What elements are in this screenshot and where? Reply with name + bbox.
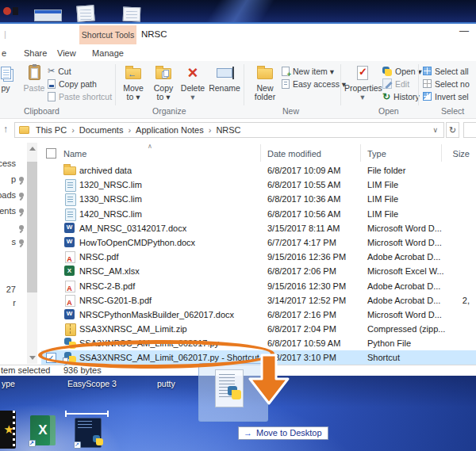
table-row[interactable]: archived data6/8/2017 10:09 AMFile folde… (41, 163, 476, 178)
file-date: 6/8/2017 10:55 AM (267, 178, 340, 192)
file-size: 2, (463, 293, 470, 308)
column-divider[interactable] (260, 144, 261, 162)
sidebar-item[interactable]: s (0, 237, 16, 247)
sidebar-item[interactable]: 27 (0, 285, 16, 294)
table-row[interactable]: AM_NRSC_03142017.docx3/15/2017 8:11 AMMi… (41, 221, 476, 235)
sidebar-item-desktop[interactable]: p (0, 174, 16, 184)
tab-home-fragment[interactable]: e (2, 48, 6, 58)
file-name: HowToOpenCMDPython.docx (79, 235, 195, 250)
copy-to-button[interactable]: Copy to ▾ (148, 63, 178, 101)
invert-selection-button[interactable]: Invert sel (423, 90, 469, 102)
folder-icon (19, 126, 29, 134)
move-to-button[interactable]: ← Move to ▾ (118, 63, 148, 101)
table-row[interactable]: NRSC-2-B.pdf9/15/2016 12:30 PMAdobe Acro… (41, 279, 476, 293)
table-row[interactable]: 1420_NRSC.lim6/8/2017 10:56 AMLIM File (41, 207, 476, 221)
properties-button[interactable]: Properties ▾ (344, 63, 381, 101)
paste-button[interactable]: Paste (19, 63, 49, 93)
column-header-date[interactable]: Date modified (267, 149, 321, 159)
easy-access-icon (282, 79, 290, 89)
column-header-type[interactable]: Type (367, 149, 386, 159)
copy-path-button[interactable]: Copy path (48, 78, 97, 90)
up-arrow-icon[interactable]: ↑ (3, 124, 8, 135)
sidebar-scrollbar[interactable] (27, 143, 37, 364)
table-row[interactable]: NRSC-G201-B.pdf3/14/2017 12:52 PMAdobe A… (41, 293, 476, 308)
paste-shortcut-button[interactable]: Paste shortcut (48, 90, 112, 102)
file-name: NRSC.pdf (79, 250, 119, 264)
sidebar-item-documents[interactable]: ents (0, 206, 16, 216)
file-type: Microsoft Word D... (367, 308, 442, 322)
file-type: LIM File (367, 207, 398, 221)
column-divider[interactable] (360, 144, 361, 162)
new-folder-label2: folder (255, 92, 275, 101)
column-header-name[interactable]: Name (63, 149, 86, 159)
table-row[interactable]: SSA3XNRSC_AM_Limit.zip6/8/2017 2:04 PMCo… (41, 322, 476, 336)
sidebar-item-quick-access[interactable]: cess (0, 159, 16, 168)
new-folder-button[interactable]: New folder (248, 63, 282, 101)
breadcrumb-this-pc[interactable]: This PC (36, 125, 67, 135)
scroll-up-icon[interactable] (29, 147, 36, 151)
table-row[interactable]: HowToOpenCMDPython.docx6/7/2017 4:17 PMM… (41, 235, 476, 250)
file-type: File folder (367, 163, 405, 178)
cut-button[interactable]: Cut (48, 65, 71, 77)
sort-ascending-icon[interactable]: ∧ (148, 143, 152, 150)
tab-manage[interactable]: Manage (79, 48, 136, 58)
chevron-down-icon[interactable]: ∨ (432, 126, 443, 134)
new-item-button[interactable]: New item ▾ (282, 65, 334, 77)
table-row[interactable]: NRSCPythonMaskBuilder_062017.docx6/8/201… (41, 308, 476, 322)
scroll-down-icon[interactable] (29, 356, 36, 360)
file-type: Adobe Acrobat D... (367, 250, 440, 264)
rename-button[interactable]: Rename (207, 63, 242, 93)
properties-caret: ▾ (360, 92, 364, 101)
file-list: archived data6/8/2017 10:09 AMFile folde… (41, 163, 476, 365)
title-bar[interactable]: | Shortcut Tools NRSC (0, 24, 476, 46)
dragged-file-ghost[interactable] (198, 363, 268, 422)
refresh-button[interactable]: ↻ (446, 122, 459, 138)
media-file-icon[interactable]: ★ (0, 411, 16, 449)
list-column-header: Name ∧ Date modified Type Size (41, 143, 476, 163)
open-button[interactable]: Open ▾ (382, 65, 422, 77)
history-button[interactable]: History (382, 90, 420, 102)
edit-button[interactable]: Edit (382, 78, 409, 90)
tab-view[interactable]: View (57, 48, 76, 58)
breadcrumb-application-notes[interactable]: Application Notes (136, 125, 204, 135)
desktop-icon-label-easyscope[interactable]: EasyScope 3 (67, 379, 117, 388)
breadcrumb-documents[interactable]: Documents (79, 125, 124, 135)
file-name: 1320_NRSC.lim (79, 178, 142, 192)
tab-share[interactable]: Share (24, 48, 47, 58)
copy-to-label2: to ▾ (157, 92, 171, 101)
scrollbar-thumb[interactable] (27, 162, 37, 292)
column-divider[interactable] (441, 144, 442, 162)
contextual-tab-shortcut-tools[interactable]: Shortcut Tools (79, 25, 136, 44)
select-all-button[interactable]: Select all (423, 65, 469, 77)
table-row[interactable]: 1320_NRSC.lim6/8/2017 10:55 AMLIM File (41, 178, 476, 192)
breadcrumb-separator: › (71, 125, 75, 135)
breadcrumb[interactable]: This PC› Documents› Application Notes› N… (14, 122, 444, 138)
desktop-icon-label-putty[interactable]: putty (157, 379, 175, 388)
move-to-icon: ← (125, 68, 141, 79)
row-checkbox[interactable]: ✓ (46, 353, 56, 363)
python-console-shortcut-icon[interactable] (75, 418, 102, 448)
select-all-checkbox[interactable] (46, 148, 56, 159)
breadcrumb-nrsc[interactable]: NRSC (216, 125, 240, 135)
select-none-button[interactable]: Select no (423, 78, 470, 90)
group-label-clipboard: Clipboard (24, 106, 60, 116)
minimize-button[interactable] (457, 25, 471, 40)
search-input[interactable] (463, 122, 476, 138)
delete-button[interactable]: Delete ▾ (178, 63, 207, 101)
table-row[interactable]: NRSC.pdf9/15/2016 12:36 PMAdobe Acrobat … (41, 250, 476, 264)
file-explorer-window: | Shortcut Tools NRSC e Share View Manag… (0, 22, 476, 376)
easy-access-button[interactable]: Easy access ▾ (282, 78, 346, 90)
table-row[interactable]: 1330_NRSC.lim6/8/2017 10:36 AMLIM File (41, 192, 476, 206)
file-date: 3/14/2017 12:52 PM (267, 293, 346, 308)
lim-icon (63, 179, 76, 190)
sidebar-item-downloads[interactable]: oads (0, 190, 16, 200)
excel-shortcut-icon[interactable]: X (30, 415, 56, 445)
copy-icon (1, 67, 11, 79)
desktop-icon-label[interactable]: ype (2, 379, 15, 388)
copy-button[interactable]: py (0, 63, 19, 93)
desktop-icon-fragment-dark (13, 7, 18, 15)
sidebar-item[interactable]: r (0, 298, 16, 308)
table-row[interactable]: NRSC_AM.xlsx6/8/2017 2:06 PMMicrosoft Ex… (41, 264, 476, 278)
table-row[interactable]: SSA3XNRSC_AM_Limit_062017.py6/8/2017 10:… (41, 336, 476, 350)
column-header-size[interactable]: Size (453, 149, 470, 159)
